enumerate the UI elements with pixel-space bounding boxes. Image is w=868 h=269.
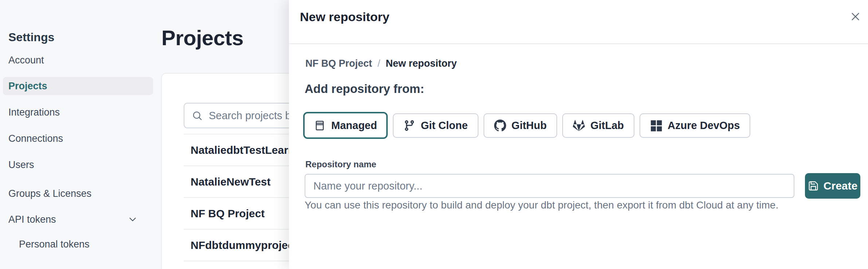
source-button-azure-devops[interactable]: Azure DevOps bbox=[640, 113, 750, 138]
sidebar-item-projects[interactable]: Projects bbox=[3, 77, 153, 95]
sidebar-item-personal-tokens[interactable]: Personal tokens bbox=[19, 238, 90, 251]
repository-name-label: Repository name bbox=[305, 159, 376, 169]
sidebar-item-integrations[interactable]: Integrations bbox=[8, 106, 60, 119]
source-button-label: Git Clone bbox=[421, 120, 468, 132]
sidebar-item-label: Groups & Licenses bbox=[8, 188, 91, 199]
git-branch-icon bbox=[403, 120, 415, 132]
sidebar-item-label: API tokens bbox=[8, 213, 56, 226]
project-name: NataliedbtTestLearn T bbox=[191, 144, 305, 156]
sidebar-item-label: Connections bbox=[8, 133, 63, 144]
sidebar-item-label: Personal tokens bbox=[19, 239, 90, 250]
search-icon bbox=[192, 110, 203, 121]
create-button[interactable]: Create bbox=[805, 173, 860, 199]
sidebar-item-groups-licenses[interactable]: Groups & Licenses bbox=[8, 187, 91, 200]
sidebar-item-api-tokens[interactable]: API tokens bbox=[8, 213, 159, 226]
breadcrumb: NF BQ Project / New repository bbox=[305, 58, 457, 69]
modal-header: New repository bbox=[289, 0, 868, 44]
repo-source-buttons: Managed Git Clone GitHub GitLab Azure De bbox=[303, 112, 750, 139]
new-repository-modal: New repository NF BQ Project / New repos… bbox=[289, 0, 868, 269]
sidebar-title: Settings bbox=[8, 31, 54, 44]
source-button-label: Azure DevOps bbox=[668, 120, 740, 132]
repository-name-input[interactable] bbox=[305, 174, 794, 198]
sidebar-item-label: Integrations bbox=[8, 107, 60, 118]
page-title: Projects bbox=[161, 26, 243, 50]
source-button-github[interactable]: GitHub bbox=[484, 113, 558, 138]
sidebar-item-connections[interactable]: Connections bbox=[8, 132, 63, 145]
source-button-gitlab[interactable]: GitLab bbox=[562, 113, 634, 138]
source-button-label: GitHub bbox=[512, 120, 547, 132]
project-name: NF BQ Project bbox=[191, 207, 265, 220]
settings-sidebar: Settings Account Projects Integrations C… bbox=[0, 0, 159, 269]
sidebar-item-label: Users bbox=[8, 159, 34, 170]
modal-title: New repository bbox=[300, 10, 390, 24]
gitlab-icon bbox=[573, 120, 585, 132]
save-icon bbox=[808, 180, 819, 191]
chevron-down-icon bbox=[128, 215, 137, 224]
breadcrumb-current: New repository bbox=[386, 58, 457, 69]
modal-body: NF BQ Project / New repository Add repos… bbox=[289, 44, 868, 268]
sidebar-item-label: Projects bbox=[8, 79, 47, 93]
sidebar-item-users[interactable]: Users bbox=[8, 158, 34, 171]
section-heading: Add repository from: bbox=[305, 82, 424, 96]
create-button-label: Create bbox=[824, 180, 857, 192]
breadcrumb-parent-link[interactable]: NF BQ Project bbox=[305, 58, 372, 69]
project-name: NatalieNewTest bbox=[191, 176, 271, 188]
app-root: Settings Account Projects Integrations C… bbox=[0, 0, 868, 269]
github-icon bbox=[494, 120, 506, 132]
sidebar-item-label: Account bbox=[8, 55, 44, 66]
azure-devops-icon bbox=[650, 120, 662, 132]
managed-repo-icon bbox=[314, 120, 326, 132]
breadcrumb-separator: / bbox=[378, 58, 380, 69]
close-button[interactable] bbox=[847, 8, 864, 25]
repository-helper-text: You can use this repository to build and… bbox=[305, 199, 778, 211]
project-name: NFdbtdummyproject bbox=[191, 239, 297, 252]
source-button-git-clone[interactable]: Git Clone bbox=[393, 113, 478, 138]
close-icon bbox=[849, 11, 861, 23]
source-button-label: GitLab bbox=[590, 120, 624, 132]
source-button-label: Managed bbox=[331, 120, 377, 132]
source-button-managed[interactable]: Managed bbox=[303, 112, 388, 139]
sidebar-item-account[interactable]: Account bbox=[8, 54, 44, 67]
